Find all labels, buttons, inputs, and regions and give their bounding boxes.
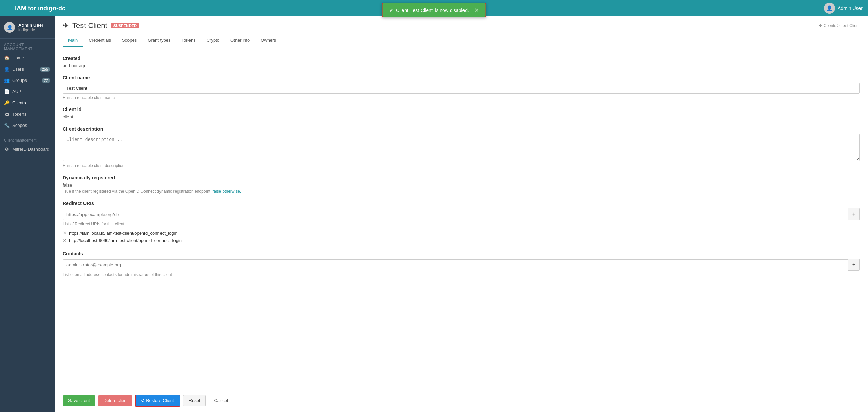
sidebar-item-users[interactable]: 👤 Users 255 [0, 63, 55, 75]
redirect-uri-value-2: http://localhost:9090/iam-test-client/op… [69, 238, 182, 243]
suspended-badge: Suspended [111, 23, 139, 28]
client-name-label: Client name [63, 75, 860, 80]
sidebar-item-clients-label: Clients [12, 100, 26, 105]
sidebar-item-users-label: Users [12, 67, 24, 72]
contacts-add-button[interactable]: + [848, 259, 860, 271]
cancel-button[interactable]: Cancel [209, 395, 233, 406]
tab-other-info[interactable]: Other info [225, 34, 255, 47]
sidebar-item-mitreid[interactable]: ⚙ MitreID Dashboard [0, 144, 55, 155]
redirect-uris-hint: List of Redirect URIs for this client [63, 222, 860, 226]
form-actions: Save client Delete clien ↺ Restore Clien… [55, 389, 868, 412]
delete-client-button[interactable]: Delete clien [98, 395, 132, 406]
sidebar-user: 👤 Admin User indigo-dc [0, 16, 55, 39]
sidebar-item-tokens[interactable]: 🎟 Tokens [0, 108, 55, 120]
dynamically-registered-label: Dynamically registered [63, 175, 860, 180]
field-created: Created an hour ago [63, 56, 860, 68]
client-desc-hint: Human readable client description [63, 163, 860, 168]
user-name-label: Admin User [838, 5, 863, 11]
field-contacts: Contacts + List of email address contact… [63, 251, 860, 277]
tab-main[interactable]: Main [63, 34, 83, 47]
created-label: Created [63, 56, 860, 61]
sidebar-item-groups[interactable]: 👥 Groups 22 [0, 75, 55, 86]
remove-uri-1-button[interactable]: ✕ [63, 230, 67, 236]
client-desc-input[interactable] [63, 134, 860, 161]
client-name-hint: Human readable client name [63, 95, 860, 100]
tokens-icon: 🎟 [4, 112, 10, 117]
contacts-label: Contacts [63, 251, 860, 256]
toast-check-icon: ✔ [389, 8, 393, 13]
hamburger-icon[interactable]: ☰ [5, 4, 11, 12]
field-client-name: Client name Human readable client name [63, 75, 860, 100]
sidebar-item-mitreid-label: MitreID Dashboard [12, 147, 49, 152]
created-value: an hour ago [63, 63, 860, 68]
sidebar-item-groups-label: Groups [12, 78, 27, 83]
tab-scopes[interactable]: Scopes [117, 34, 142, 47]
clients-icon: 🔑 [4, 100, 10, 105]
sidebar: 👤 Admin User indigo-dc Account Managemen… [0, 16, 55, 412]
avatar: 👤 [824, 3, 835, 14]
page-title-row: ✈ Test Client Suspended ✈ Clients > Test… [63, 21, 860, 30]
breadcrumb-text: Clients > Test Client [824, 23, 860, 28]
sidebar-item-scopes-label: Scopes [12, 123, 27, 128]
breadcrumb-icon: ✈ [819, 23, 822, 28]
tab-grant-types[interactable]: Grant types [142, 34, 176, 47]
reset-button[interactable]: Reset [183, 395, 206, 406]
tabs: Main Credentials Scopes Grant types Toke… [63, 34, 860, 47]
client-desc-label: Client description [63, 126, 860, 132]
users-badge: 255 [40, 67, 50, 72]
home-icon: 🏠 [4, 55, 10, 60]
toast-message: Client 'Test Client' is now disabled. [396, 8, 469, 13]
remove-uri-2-button[interactable]: ✕ [63, 238, 67, 243]
page-title: ✈ Test Client Suspended [63, 21, 139, 30]
sidebar-client-management-label: Client management [0, 135, 55, 144]
field-dynamically-registered: Dynamically registered false True if the… [63, 175, 860, 194]
client-id-value: client [63, 114, 860, 119]
hint-link[interactable]: false otherwise. [213, 189, 241, 194]
page-header: ✈ Test Client Suspended ✈ Clients > Test… [55, 16, 868, 47]
groups-badge: 22 [42, 78, 50, 83]
redirect-uri-input[interactable] [63, 209, 848, 220]
redirect-uri-item-1: ✕ https://iam.local.io/iam-test-client/o… [63, 229, 860, 237]
sidebar-item-home-label: Home [12, 55, 24, 60]
users-icon: 👤 [4, 67, 10, 72]
sidebar-item-scopes[interactable]: 🔧 Scopes [0, 120, 55, 131]
field-client-desc: Client description Human readable client… [63, 126, 860, 168]
hint-part1: True if the client registered via the Op… [63, 189, 211, 194]
field-client-id: Client id client [63, 107, 860, 119]
dynamically-registered-value: false [63, 182, 860, 188]
contacts-input-row: + [63, 259, 860, 271]
sidebar-org: indigo-dc [18, 28, 43, 32]
restore-client-button[interactable]: ↺ Restore Client [135, 395, 180, 407]
field-redirect-uris: Redirect URIs + List of Redirect URIs fo… [63, 201, 860, 244]
contacts-input[interactable] [63, 259, 848, 270]
sidebar-item-clients[interactable]: 🔑 Clients [0, 97, 55, 108]
groups-icon: 👥 [4, 78, 10, 83]
redirect-uri-list: ✕ https://iam.local.io/iam-test-client/o… [63, 229, 860, 244]
tab-crypto[interactable]: Crypto [201, 34, 225, 47]
contacts-hint: List of email address contacts for admin… [63, 272, 860, 277]
tab-tokens[interactable]: Tokens [176, 34, 201, 47]
redirect-uri-add-button[interactable]: + [848, 208, 860, 220]
tab-credentials[interactable]: Credentials [83, 34, 117, 47]
client-name-input[interactable] [63, 83, 860, 94]
dynamically-registered-hint: True if the client registered via the Op… [63, 189, 860, 194]
redirect-uri-input-row: + [63, 208, 860, 220]
sidebar-section-account: Account Management [0, 39, 55, 52]
save-client-button[interactable]: Save client [63, 395, 95, 406]
mitreid-icon: ⚙ [4, 147, 10, 152]
sidebar-item-aup[interactable]: 📄 AUP [0, 86, 55, 97]
client-id-label: Client id [63, 107, 860, 112]
redirect-uris-label: Redirect URIs [63, 201, 860, 206]
sidebar-user-info: Admin User indigo-dc [18, 23, 43, 32]
tab-owners[interactable]: Owners [255, 34, 281, 47]
breadcrumb: ✈ Clients > Test Client [819, 23, 860, 28]
page-title-icon: ✈ [63, 21, 69, 30]
sidebar-avatar: 👤 [4, 22, 15, 33]
sidebar-username: Admin User [18, 23, 43, 28]
sidebar-item-home[interactable]: 🏠 Home [0, 52, 55, 63]
toast-close-button[interactable]: ✕ [474, 7, 479, 13]
toast-notification: ✔ Client 'Test Client' is now disabled. … [382, 3, 486, 17]
sidebar-divider [0, 133, 55, 133]
layout: 👤 Admin User indigo-dc Account Managemen… [0, 16, 868, 412]
aup-icon: 📄 [4, 89, 10, 94]
